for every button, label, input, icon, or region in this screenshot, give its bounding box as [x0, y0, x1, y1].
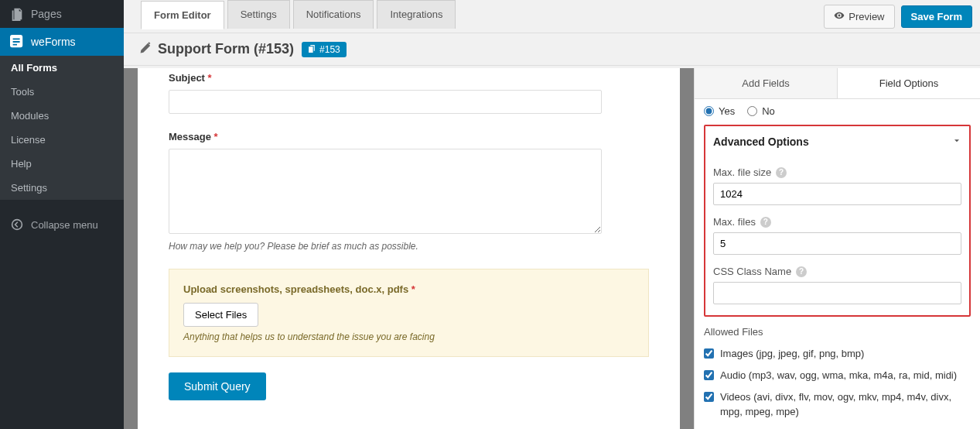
sidebar-label-weforms: weForms: [31, 36, 76, 48]
eye-icon: [834, 10, 845, 23]
message-textarea[interactable]: [169, 149, 602, 234]
form-title: Support Form (#153): [158, 41, 294, 57]
submenu-license[interactable]: License: [0, 128, 124, 152]
upload-block[interactable]: Upload screenshots, spreadsheets, doc.x,…: [169, 269, 649, 357]
preview-label: Preview: [849, 11, 884, 22]
panel-tab-add-fields[interactable]: Add Fields: [695, 68, 838, 98]
help-icon[interactable]: ?: [776, 167, 787, 178]
tab-notifications[interactable]: Notifications: [293, 0, 374, 29]
copy-icon: [308, 44, 316, 55]
sidebar-item-pages[interactable]: Pages: [0, 0, 124, 28]
upload-help: Anything that helps us to understand the…: [183, 331, 634, 342]
css-class-label: CSS Class Name ?: [713, 266, 961, 277]
submenu-modules[interactable]: Modules: [0, 104, 124, 128]
pages-icon: [9, 6, 25, 22]
tab-integrations[interactable]: Integrations: [377, 0, 456, 29]
max-files-label: Max. files ?: [713, 216, 961, 228]
help-icon[interactable]: ?: [796, 266, 807, 277]
max-files-input[interactable]: [713, 232, 961, 255]
allowed-files-label: Allowed Files: [704, 326, 971, 338]
help-icon[interactable]: ?: [760, 217, 771, 228]
radio-no[interactable]: No: [747, 105, 775, 117]
sidebar-item-weforms[interactable]: weForms: [0, 28, 124, 56]
label-images: Images (jpg, jpeg, gif, png, bmp): [720, 347, 864, 361]
max-file-size-label: Max. file size ?: [713, 166, 961, 178]
submit-button[interactable]: Submit Query: [169, 372, 266, 400]
checkbox-videos[interactable]: [704, 392, 714, 402]
preview-button[interactable]: Preview: [824, 5, 894, 29]
max-file-size-input[interactable]: [713, 183, 961, 205]
pencil-icon: [139, 42, 152, 57]
checkbox-images[interactable]: [704, 348, 714, 359]
badge-text: #153: [319, 44, 340, 55]
subject-input[interactable]: [169, 90, 602, 114]
collapse-menu[interactable]: Collapse menu: [0, 209, 124, 240]
form-id-badge[interactable]: #153: [302, 42, 347, 57]
submenu-all-forms[interactable]: All Forms: [0, 56, 124, 80]
tab-settings[interactable]: Settings: [227, 0, 290, 29]
panel-tab-field-options[interactable]: Field Options: [838, 68, 980, 98]
save-form-button[interactable]: Save Form: [901, 5, 972, 28]
weforms-icon: [9, 34, 25, 50]
message-help: How may we help you? Please be brief as …: [169, 241, 649, 252]
radio-yes[interactable]: Yes: [704, 105, 735, 117]
subject-label: Subject *: [169, 72, 649, 84]
chevron-down-icon: [952, 136, 961, 148]
upload-label: Upload screenshots, spreadsheets, doc.x,…: [183, 283, 634, 295]
advanced-options-toggle[interactable]: Advanced Options: [713, 128, 961, 156]
collapse-label: Collapse menu: [31, 219, 98, 231]
checkbox-audio[interactable]: [704, 370, 714, 380]
submenu-settings[interactable]: Settings: [0, 176, 124, 200]
css-class-input[interactable]: [713, 282, 961, 304]
submenu-help[interactable]: Help: [0, 152, 124, 176]
svg-rect-0: [10, 35, 22, 47]
label-audio: Audio (mp3, wav, ogg, wma, mka, m4a, ra,…: [720, 369, 957, 383]
label-videos: Videos (avi, divx, flv, mov, ogv, mkv, m…: [720, 390, 971, 418]
submenu-tools[interactable]: Tools: [0, 80, 124, 104]
tab-form-editor[interactable]: Form Editor: [141, 1, 224, 29]
sidebar-label-pages: Pages: [31, 8, 62, 20]
svg-point-1: [12, 220, 22, 230]
collapse-icon: [9, 217, 25, 232]
message-label: Message *: [169, 131, 649, 142]
select-files-button[interactable]: Select Files: [183, 303, 258, 327]
